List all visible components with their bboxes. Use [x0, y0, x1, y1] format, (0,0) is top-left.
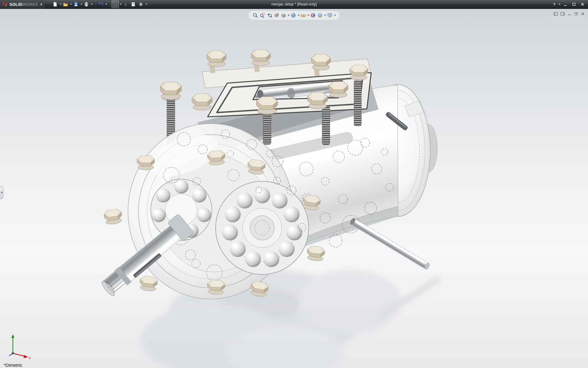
graphics-viewport[interactable]: x *Dimetric [0, 9, 588, 368]
maximize-button[interactable] [570, 2, 578, 7]
zoom-to-area-icon [260, 13, 265, 18]
zoom-to-area-button[interactable] [259, 12, 266, 19]
undo-dropdown-arrow[interactable] [105, 4, 107, 5]
orientation-triad: x [5, 331, 32, 360]
maximize-icon [572, 2, 576, 6]
menubar-toolbar [51, 1, 147, 8]
section-view-icon [274, 13, 279, 18]
file-properties-icon [131, 2, 136, 7]
view-orientation-button[interactable] [280, 12, 287, 19]
display-pane-right-toggle[interactable] [560, 11, 565, 16]
print-button[interactable] [83, 1, 90, 8]
apply-scene-button[interactable] [317, 12, 323, 19]
view-orientation-label: *Dimetric [4, 362, 22, 368]
options-gear-icon [138, 2, 143, 7]
zoom-to-fit-button[interactable] [252, 12, 259, 19]
hide-show-items-button[interactable] [300, 12, 307, 19]
doc-close-button[interactable] [580, 11, 586, 16]
minimize-icon [564, 2, 567, 6]
doc-restore-button[interactable] [573, 11, 579, 16]
toolbar-separator [95, 2, 95, 7]
save-dropdown-arrow[interactable] [81, 4, 82, 5]
document-window-controls [553, 11, 586, 16]
triad-x-axis: x [13, 353, 31, 360]
section-view-button[interactable] [273, 12, 280, 19]
undo-arrow-icon [98, 2, 103, 7]
display-style-button[interactable] [290, 12, 297, 19]
collapse-arrow-icon [1, 191, 2, 194]
display-pane-left-toggle[interactable] [553, 11, 559, 16]
doc-close-icon [581, 12, 585, 16]
undo-button[interactable] [97, 1, 104, 8]
apply-scene-dropdown-arrow[interactable] [324, 15, 326, 16]
display-style-icon [291, 13, 296, 18]
solidworks-brand: SOLIDWORKS [0, 0, 45, 9]
doc-minimize-button[interactable] [567, 11, 572, 16]
select-button[interactable] [111, 1, 119, 8]
display-style-dropdown-arrow[interactable] [298, 15, 300, 16]
new-button[interactable] [51, 1, 59, 8]
close-icon [581, 2, 584, 6]
rebuild-traffic-light-icon [123, 2, 128, 7]
svg-text:x: x [28, 356, 31, 360]
view-settings-dropdown-arrow[interactable] [334, 15, 336, 16]
pane-left-icon [554, 12, 558, 16]
previous-view-icon [267, 13, 272, 18]
previous-view-button[interactable] [266, 12, 273, 19]
triad-origin [12, 352, 14, 354]
view-orientation-cube-icon [281, 13, 286, 18]
open-button[interactable] [62, 1, 69, 8]
window-controls: ? [552, 0, 586, 9]
view-settings-monitor-icon [327, 13, 333, 18]
open-folder-icon [63, 2, 68, 7]
select-cursor-icon [113, 2, 118, 7]
doc-minimize-icon [567, 12, 571, 16]
menu-expand-arrow[interactable] [41, 3, 42, 6]
help-button[interactable]: ? [552, 2, 557, 7]
close-button[interactable] [579, 2, 586, 7]
heads-up-view-toolbar [249, 11, 339, 20]
minimize-button[interactable] [561, 2, 569, 7]
edit-appearance-ball-icon [310, 13, 316, 18]
title-bar: SOLIDWORKS [0, 0, 588, 9]
triad-y-axis [11, 334, 14, 353]
hide-show-glasses-icon [300, 13, 306, 18]
hide-show-items-dropdown-arrow[interactable] [307, 15, 309, 16]
pane-right-icon [560, 12, 565, 16]
options-dropdown-arrow[interactable] [145, 4, 147, 5]
zoom-to-fit-icon [253, 13, 258, 18]
file-properties-button[interactable] [130, 1, 137, 8]
apply-scene-icon [317, 13, 323, 18]
new-document-icon [53, 2, 58, 7]
rebuild-button[interactable] [122, 1, 129, 8]
view-settings-button[interactable] [326, 12, 333, 19]
options-button[interactable] [137, 1, 145, 8]
toolbar-separator [109, 2, 110, 7]
view-orientation-dropdown-arrow[interactable] [288, 15, 290, 16]
help-dropdown-arrow[interactable] [559, 4, 560, 5]
featuremanager-collapse-tab[interactable] [0, 186, 3, 199]
save-floppy-icon [74, 2, 78, 7]
window-title: menjac sklop * [Read-only] [271, 0, 317, 9]
new-dropdown-arrow[interactable] [60, 4, 62, 5]
dassault-systemes-logo [2, 1, 8, 7]
print-dropdown-arrow[interactable] [91, 4, 93, 5]
solidworks-wordmark: SOLIDWORKS [9, 2, 38, 7]
open-dropdown-arrow[interactable] [70, 4, 72, 5]
print-icon [84, 2, 89, 7]
doc-restore-icon [574, 12, 578, 16]
model-3d-scene[interactable] [0, 9, 588, 368]
edit-appearance-button[interactable] [310, 12, 316, 19]
select-dropdown-arrow[interactable] [120, 4, 122, 5]
save-button[interactable] [72, 1, 80, 8]
